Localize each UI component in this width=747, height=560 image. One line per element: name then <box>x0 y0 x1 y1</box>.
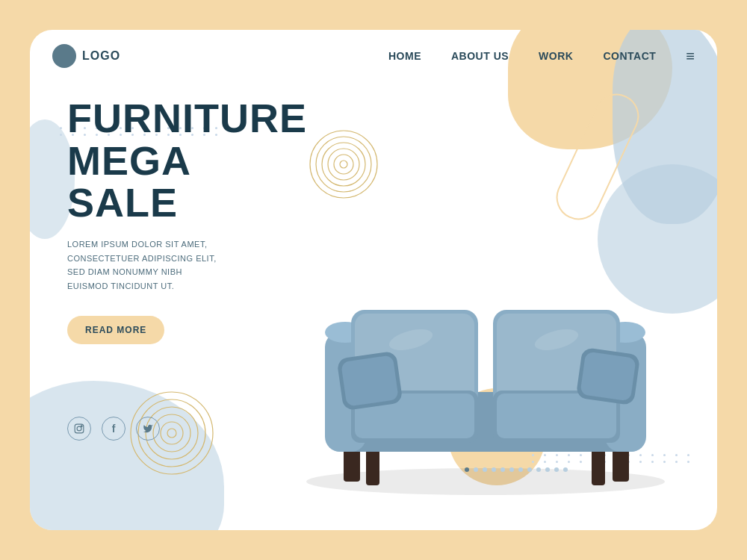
blob-bottom-left-blue <box>30 381 224 530</box>
nav-link-home[interactable]: HOME <box>388 50 421 62</box>
hero-title-line1: FURNITURE <box>67 96 307 140</box>
page-dot-6[interactable] <box>509 467 514 472</box>
hamburger-icon[interactable]: ≡ <box>686 48 695 65</box>
page-dot-10[interactable] <box>545 467 550 472</box>
hero-subtitle: LOREM IPSUM DOLOR SIT AMET,CONSECTETUER … <box>67 237 306 293</box>
logo-circle <box>52 44 76 68</box>
hero-title: FURNITURE MEGA SALE <box>67 97 306 224</box>
page-dot-7[interactable] <box>518 467 523 472</box>
facebook-letter: f <box>112 423 116 435</box>
navigation: LOGO HOME ABOUT US WORK CONTACT ≡ <box>30 30 717 82</box>
svg-point-14 <box>81 426 82 427</box>
logo-text: LOGO <box>82 49 120 63</box>
svg-point-5 <box>340 161 347 168</box>
nav-link-work[interactable]: WORK <box>539 50 573 62</box>
twitter-icon[interactable] <box>136 417 160 441</box>
sofa-illustration <box>269 179 702 500</box>
nav-links: HOME ABOUT US WORK CONTACT ≡ <box>388 48 695 65</box>
page-dot-12[interactable] <box>563 467 568 472</box>
page-dot-4[interactable] <box>492 467 496 472</box>
svg-point-10 <box>161 422 183 444</box>
svg-rect-36 <box>580 352 636 402</box>
dot <box>60 134 62 136</box>
svg-point-11 <box>167 429 176 438</box>
svg-point-3 <box>328 149 359 180</box>
social-icons-area: f <box>67 417 160 441</box>
svg-rect-19 <box>592 448 605 485</box>
nav-link-about[interactable]: ABOUT US <box>451 50 509 62</box>
page-dot-2[interactable] <box>474 467 478 472</box>
facebook-icon[interactable]: f <box>102 417 125 441</box>
hero-title-line2: MEGA SALE <box>67 138 190 225</box>
svg-rect-18 <box>366 448 379 485</box>
hero-content: FURNITURE MEGA SALE LOREM IPSUM DOLOR SI… <box>67 97 306 344</box>
pagination-dots <box>465 467 568 472</box>
page-dot-3[interactable] <box>483 467 487 472</box>
page-dot-9[interactable] <box>536 467 541 472</box>
page-dot-11[interactable] <box>554 467 559 472</box>
nav-link-contact[interactable]: CONTACT <box>603 50 656 62</box>
svg-point-13 <box>77 426 81 431</box>
logo-area[interactable]: LOGO <box>52 44 120 68</box>
page-dot-8[interactable] <box>527 467 532 472</box>
svg-rect-34 <box>341 355 399 406</box>
page-dot-5[interactable] <box>500 467 505 472</box>
dot <box>60 127 62 129</box>
main-card: // Will be generated by JS below LOGO HO… <box>30 30 717 530</box>
page-dot-1[interactable] <box>465 467 469 472</box>
svg-point-4 <box>334 155 353 174</box>
read-more-button[interactable]: READ MORE <box>67 316 164 344</box>
instagram-icon[interactable] <box>67 417 91 441</box>
